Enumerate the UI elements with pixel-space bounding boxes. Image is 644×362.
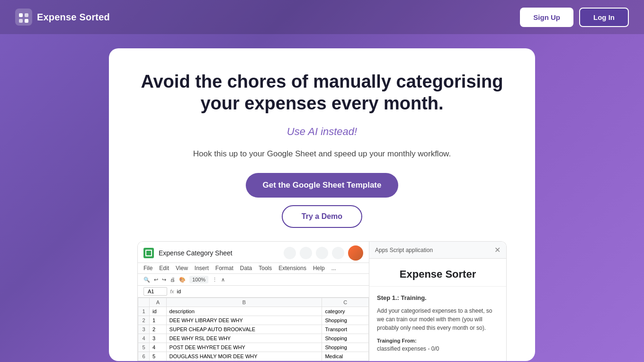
menu-view[interactable]: View [176,265,188,272]
add-people-icon [332,247,344,259]
svg-rect-1 [19,13,23,17]
cell-reference[interactable]: A1 [143,287,167,296]
try-demo-button[interactable]: Try a Demo [282,205,362,228]
logo-text: Expense Sorted [37,12,110,23]
cell-id[interactable]: 2 [150,325,167,334]
sheets-icon-inner [145,250,152,256]
signup-button[interactable]: Sign Up [520,8,573,27]
menu-more[interactable]: ... [331,265,336,272]
history-icon [284,247,296,259]
cell-cat[interactable]: Medical [322,352,369,361]
cell-cat[interactable]: Shopping [322,316,369,325]
panel-description: Add your categorised expenses to a sheet… [377,307,499,332]
cell-desc[interactable]: DEE WHY RSL DEE WHY [166,334,322,343]
menu-tools[interactable]: Tools [259,265,272,272]
panel-topbar: Apps Script application ✕ [369,242,506,259]
sheets-menu: File Edit View Insert Format Data Tools … [138,263,369,274]
cell-c1[interactable]: category [322,307,369,316]
cell-desc[interactable]: POST DEE WHYRET DEE WHY [166,343,322,352]
col-c-header: C [322,298,369,307]
cell-id[interactable]: 3 [150,334,167,343]
panel-training-from-label: Trainging From: [377,337,499,345]
sheets-mock: Expense Category Sheet File Edit View [138,242,369,361]
col-b-header: B [166,298,322,307]
hero-card: Avoid the chores of manually categorisin… [109,48,535,361]
cell-a1[interactable]: id [150,307,167,316]
table-row: 5 4 POST DEE WHYRET DEE WHY Shopping [138,343,369,352]
panel-body: Step 1.: Training. Add your categorised … [369,287,506,361]
cell-b1[interactable]: description [166,307,322,316]
row-number: 3 [138,325,150,334]
avatar [348,245,363,261]
cell-cat[interactable]: Shopping [322,343,369,352]
cell-id[interactable]: 5 [150,352,167,361]
table-row: 6 5 DOUGLASS HANLY MOIR DEE WHY Medical [138,352,369,361]
row-number: 5 [138,343,150,352]
screenshot-container: Expense Category Sheet File Edit View [137,241,507,361]
ai-tagline: Use AI instead! [287,126,357,138]
formula-bar: A1 fx id [138,286,369,298]
table-row: 3 2 SUPER CHEAP AUTO BROOKVALE Transport [138,325,369,334]
search-icon: 🔍 [143,277,150,283]
sheets-topbar: Expense Category Sheet [138,242,369,263]
corner-cell [138,298,150,307]
menu-format[interactable]: Format [215,265,233,272]
row-number: 6 [138,352,150,361]
panel-step-title: Step 1.: Training. [377,293,499,303]
print-icon[interactable]: 🖨 [170,277,175,282]
undo-icon[interactable]: ↩ [154,277,158,283]
cell-desc[interactable]: SUPER CHEAP AUTO BROOKVALE [166,325,322,334]
menu-insert[interactable]: Insert [195,265,209,272]
main-content: Avoid the chores of manually categorisin… [0,34,644,361]
formula-value: id [177,289,181,294]
subtext: Hook this up to your Google Sheet and sp… [193,149,451,159]
cell-desc[interactable]: DOUGLASS HANLY MOIR DEE WHY [166,352,322,361]
logo-area: Expense Sorted [15,9,110,26]
zoom-control[interactable]: 100% [189,276,208,283]
col-header-row: A B C [138,298,369,307]
apps-script-panel: Apps Script application ✕ Expense Sorter… [369,242,506,361]
menu-edit[interactable]: Edit [159,265,169,272]
paint-format-icon[interactable]: 🎨 [179,277,186,283]
fx-label: fx [170,289,174,294]
panel-header: Expense Sorter [369,259,506,287]
sheets-doc-title: Expense Category Sheet [159,249,279,257]
navbar: Expense Sorted Sign Up Log In [0,0,644,34]
row-number: 1 [138,307,150,316]
chat-icon [300,247,312,259]
spreadsheet-grid: A B C 1 id description category [138,298,369,361]
svg-rect-2 [25,13,28,17]
table-row: 2 1 DEE WHY LIBRARY DEE WHY Shopping [138,316,369,325]
row-number: 2 [138,316,150,325]
sheets-app-icon [143,248,154,258]
more-options-icon: ⋮ [212,277,217,283]
cell-id[interactable]: 1 [150,316,167,325]
panel-classified-label: classified expenses - 0/0 [377,344,499,353]
login-button[interactable]: Log In [579,8,629,27]
panel-close-button[interactable]: ✕ [494,245,501,254]
panel-header-label: Apps Script application [375,247,433,253]
get-sheet-button[interactable]: Get the Google Sheet Template [246,173,399,198]
cell-id[interactable]: 4 [150,343,167,352]
svg-rect-4 [25,19,28,23]
headline: Avoid the chores of manually categorisin… [137,71,507,114]
menu-data[interactable]: Data [240,265,252,272]
menu-help[interactable]: Help [313,265,325,272]
collapse-icon: ∧ [221,277,225,283]
row-number: 4 [138,334,150,343]
cell-cat[interactable]: Transport [322,325,369,334]
svg-rect-0 [15,9,32,26]
data-table: A B C 1 id description category [138,298,369,361]
menu-extensions[interactable]: Extensions [278,265,306,272]
sheets-top-right [284,245,363,261]
cell-cat[interactable]: Shopping [322,334,369,343]
video-icon [316,247,328,259]
menu-file[interactable]: File [143,265,152,272]
cell-desc[interactable]: DEE WHY LIBRARY DEE WHY [166,316,322,325]
panel-app-title: Expense Sorter [377,268,499,281]
svg-rect-3 [19,19,23,23]
nav-buttons: Sign Up Log In [520,8,629,27]
sheets-toolbar: 🔍 ↩ ↪ 🖨 🎨 100% ⋮ ∧ [138,274,369,286]
redo-icon[interactable]: ↪ [162,277,166,283]
table-row: 4 3 DEE WHY RSL DEE WHY Shopping [138,334,369,343]
